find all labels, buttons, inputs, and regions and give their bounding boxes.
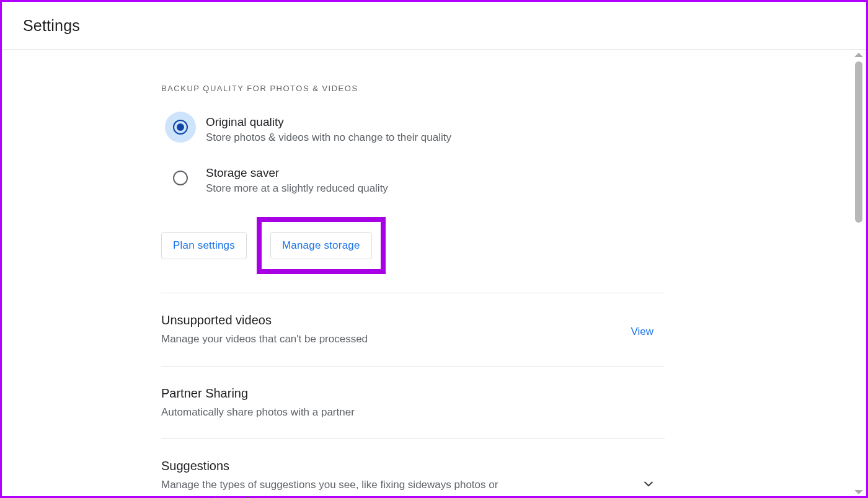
scroll-down-arrow-icon bbox=[854, 490, 863, 494]
radio-option-text: Storage saver Store more at a slightly r… bbox=[206, 166, 665, 195]
setting-text: Unsupported videos Manage your videos th… bbox=[161, 313, 631, 347]
manage-storage-button[interactable]: Manage storage bbox=[270, 232, 372, 259]
backup-quality-section-label: BACKUP QUALITY FOR PHOTOS & VIDEOS bbox=[161, 84, 665, 93]
radio-option-title: Storage saver bbox=[206, 166, 665, 180]
setting-title: Unsupported videos bbox=[161, 313, 618, 327]
radio-option-storage-saver[interactable]: Storage saver Store more at a slightly r… bbox=[161, 166, 665, 195]
radio-option-desc: Store more at a slightly reduced quality bbox=[206, 182, 665, 195]
setting-title: Partner Sharing bbox=[161, 386, 652, 401]
radio-button-unselected-icon bbox=[165, 162, 196, 193]
radio-option-text: Original quality Store photos & videos w… bbox=[206, 115, 665, 144]
vertical-scrollbar[interactable] bbox=[853, 53, 864, 494]
highlight-annotation: Manage storage bbox=[257, 217, 386, 274]
setting-desc: Automatically share photos with a partne… bbox=[161, 404, 527, 420]
setting-row-suggestions[interactable]: Suggestions Manage the types of suggesti… bbox=[161, 439, 665, 498]
radio-button-selected-icon bbox=[165, 112, 196, 143]
setting-row-unsupported-videos[interactable]: Unsupported videos Manage your videos th… bbox=[161, 293, 665, 367]
header-bar: Settings bbox=[2, 2, 866, 50]
page-title: Settings bbox=[23, 17, 80, 35]
setting-title: Suggestions bbox=[161, 459, 630, 473]
setting-desc: Manage your videos that can't be process… bbox=[161, 331, 527, 347]
app-frame: Settings BACKUP QUALITY FOR PHOTOS & VID… bbox=[0, 0, 868, 498]
scroll-up-arrow-icon bbox=[854, 53, 863, 57]
radio-option-title: Original quality bbox=[206, 115, 665, 129]
expand-toggle[interactable] bbox=[642, 478, 655, 490]
scrollbar-thumb[interactable] bbox=[855, 61, 862, 223]
radio-option-original-quality[interactable]: Original quality Store photos & videos w… bbox=[161, 115, 665, 144]
settings-content: BACKUP QUALITY FOR PHOTOS & VIDEOS Origi… bbox=[161, 50, 665, 498]
content-scroll-area: BACKUP QUALITY FOR PHOTOS & VIDEOS Origi… bbox=[2, 50, 866, 496]
setting-text: Partner Sharing Automatically share phot… bbox=[161, 386, 665, 420]
view-link[interactable]: View bbox=[631, 326, 653, 338]
setting-text: Suggestions Manage the types of suggesti… bbox=[161, 459, 642, 498]
storage-buttons-row: Plan settings Manage storage bbox=[161, 217, 665, 274]
plan-settings-button[interactable]: Plan settings bbox=[161, 232, 247, 259]
radio-option-desc: Store photos & videos with no change to … bbox=[206, 131, 665, 144]
chevron-down-icon bbox=[642, 478, 655, 490]
setting-desc: Manage the types of suggestions you see,… bbox=[161, 477, 527, 498]
setting-row-partner-sharing[interactable]: Partner Sharing Automatically share phot… bbox=[161, 367, 665, 440]
